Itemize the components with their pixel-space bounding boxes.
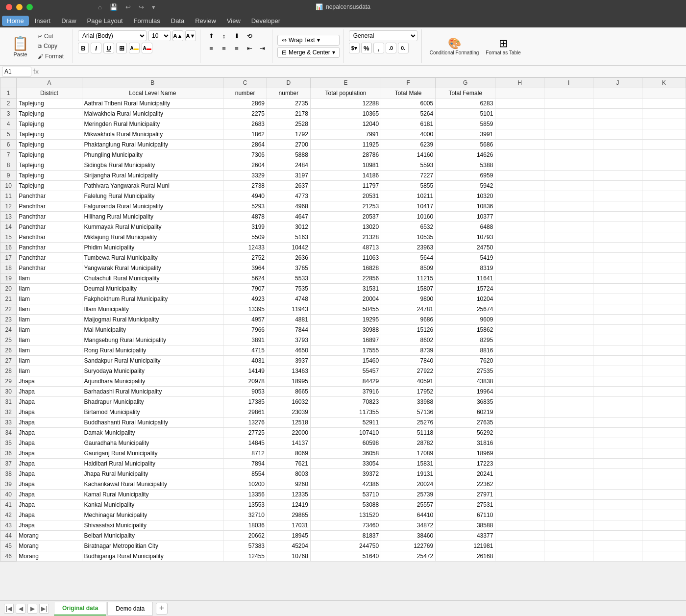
cell-7-E[interactable]: 28786 bbox=[310, 150, 381, 160]
cell-1-H[interactable] bbox=[495, 88, 544, 99]
cell-44-J[interactable] bbox=[593, 531, 642, 541]
cell-33-K[interactable] bbox=[642, 418, 686, 428]
cell-28-E[interactable]: 55457 bbox=[310, 366, 381, 376]
row-header-3[interactable]: 3 bbox=[0, 109, 17, 119]
cell-21-H[interactable] bbox=[495, 294, 544, 304]
cell-36-D[interactable]: 8069 bbox=[267, 448, 311, 459]
cell-10-K[interactable] bbox=[642, 181, 686, 191]
cell-39-G[interactable]: 22362 bbox=[436, 479, 495, 490]
cell-5-H[interactable] bbox=[495, 129, 544, 140]
cell-3-D[interactable]: 2178 bbox=[267, 109, 311, 119]
cell-32-C[interactable]: 29861 bbox=[223, 407, 267, 418]
align-top-button[interactable]: ⬆ bbox=[205, 30, 217, 41]
cell-36-F[interactable]: 17089 bbox=[381, 448, 436, 459]
cell-8-H[interactable] bbox=[495, 160, 544, 171]
cell-6-K[interactable] bbox=[642, 140, 686, 150]
cell-45-B[interactable]: Biratnagar Metropolitian City bbox=[82, 541, 223, 551]
cell-27-C[interactable]: 4031 bbox=[223, 356, 267, 366]
cell-36-I[interactable] bbox=[544, 448, 593, 459]
row-header-18[interactable]: 18 bbox=[0, 263, 17, 273]
formula-input[interactable] bbox=[41, 67, 684, 76]
cell-37-K[interactable] bbox=[642, 459, 686, 469]
cell-18-A[interactable]: Panchthar bbox=[17, 263, 82, 273]
cell-9-E[interactable]: 14186 bbox=[310, 171, 381, 181]
row-header-19[interactable]: 19 bbox=[0, 273, 17, 284]
cell-16-H[interactable] bbox=[495, 243, 544, 253]
cell-13-A[interactable]: Panchthar bbox=[17, 212, 82, 222]
cell-45-I[interactable] bbox=[544, 541, 593, 551]
row-header-23[interactable]: 23 bbox=[0, 315, 17, 325]
cell-29-K[interactable] bbox=[642, 376, 686, 387]
cell-40-G[interactable]: 27971 bbox=[436, 490, 495, 500]
row-header-44[interactable]: 44 bbox=[0, 531, 17, 541]
cell-21-K[interactable] bbox=[642, 294, 686, 304]
cell-32-A[interactable]: Jhapa bbox=[17, 407, 82, 418]
cell-5-D[interactable]: 1792 bbox=[267, 129, 311, 140]
row-header-30[interactable]: 30 bbox=[0, 387, 17, 397]
row-header-35[interactable]: 35 bbox=[0, 438, 17, 448]
cell-37-C[interactable]: 7894 bbox=[223, 459, 267, 469]
cell-8-K[interactable] bbox=[642, 160, 686, 171]
cell-37-E[interactable]: 33054 bbox=[310, 459, 381, 469]
cell-39-I[interactable] bbox=[544, 479, 593, 490]
menu-view[interactable]: View bbox=[222, 16, 245, 26]
cell-6-I[interactable] bbox=[544, 140, 593, 150]
cell-8-E[interactable]: 10981 bbox=[310, 160, 381, 171]
cell-10-A[interactable]: Taplejung bbox=[17, 181, 82, 191]
cell-34-K[interactable] bbox=[642, 428, 686, 438]
tab-original-data[interactable]: Original data bbox=[54, 602, 106, 616]
cell-22-E[interactable]: 50455 bbox=[310, 304, 381, 315]
cell-46-H[interactable] bbox=[495, 551, 544, 562]
cell-6-H[interactable] bbox=[495, 140, 544, 150]
cell-41-C[interactable]: 13553 bbox=[223, 500, 267, 510]
cell-39-A[interactable]: Jhapa bbox=[17, 479, 82, 490]
cell-3-A[interactable]: Taplejung bbox=[17, 109, 82, 119]
decrease-decimal-button[interactable]: .0 bbox=[386, 43, 396, 53]
row-header-12[interactable]: 12 bbox=[0, 201, 17, 212]
cell-14-E[interactable]: 13020 bbox=[310, 222, 381, 232]
row-header-11[interactable]: 11 bbox=[0, 191, 17, 201]
cell-19-H[interactable] bbox=[495, 273, 544, 284]
cell-13-F[interactable]: 10160 bbox=[381, 212, 436, 222]
row-header-8[interactable]: 8 bbox=[0, 160, 17, 171]
cell-14-A[interactable]: Panchthar bbox=[17, 222, 82, 232]
cell-29-G[interactable]: 43838 bbox=[436, 376, 495, 387]
cell-27-D[interactable]: 3937 bbox=[267, 356, 311, 366]
cell-16-B[interactable]: Phidim Municipality bbox=[82, 243, 223, 253]
cell-12-H[interactable] bbox=[495, 201, 544, 212]
row-header-5[interactable]: 5 bbox=[0, 129, 17, 140]
cell-23-E[interactable]: 19295 bbox=[310, 315, 381, 325]
col-header-J[interactable]: J bbox=[593, 78, 642, 88]
cell-6-A[interactable]: Taplejung bbox=[17, 140, 82, 150]
cell-18-J[interactable] bbox=[593, 263, 642, 273]
cell-2-J[interactable] bbox=[593, 99, 642, 109]
cell-12-G[interactable]: 10836 bbox=[436, 201, 495, 212]
menu-data[interactable]: Data bbox=[166, 16, 189, 26]
row-header-20[interactable]: 20 bbox=[0, 284, 17, 294]
row-header-31[interactable]: 31 bbox=[0, 397, 17, 407]
cell-25-A[interactable]: Ilam bbox=[17, 335, 82, 345]
cell-17-F[interactable]: 5644 bbox=[381, 253, 436, 263]
cell-38-C[interactable]: 8554 bbox=[223, 469, 267, 479]
cell-24-K[interactable] bbox=[642, 325, 686, 335]
cell-7-J[interactable] bbox=[593, 150, 642, 160]
cell-18-K[interactable] bbox=[642, 263, 686, 273]
cell-12-B[interactable]: Falgunanda Rural Municipality bbox=[82, 201, 223, 212]
cell-24-D[interactable]: 7844 bbox=[267, 325, 311, 335]
cell-7-I[interactable] bbox=[544, 150, 593, 160]
underline-button[interactable]: U bbox=[103, 43, 114, 53]
cell-24-B[interactable]: Mai Municipality bbox=[82, 325, 223, 335]
cell-20-G[interactable]: 15724 bbox=[436, 284, 495, 294]
font-size-select[interactable]: 10 bbox=[148, 30, 171, 41]
toolbar-icons[interactable]: ⌂ 💾 ↩ ↪ ▾ bbox=[98, 3, 155, 11]
italic-button[interactable]: I bbox=[91, 43, 101, 53]
font-color-button[interactable]: A▬ bbox=[142, 43, 152, 53]
cell-28-C[interactable]: 14149 bbox=[223, 366, 267, 376]
cell-36-A[interactable]: Jhapa bbox=[17, 448, 82, 459]
cell-39-H[interactable] bbox=[495, 479, 544, 490]
cell-39-C[interactable]: 10200 bbox=[223, 479, 267, 490]
spreadsheet-container[interactable]: A B C D E F G H I J K 1DistrictLocal Lev… bbox=[0, 77, 686, 600]
row-header-37[interactable]: 37 bbox=[0, 459, 17, 469]
cell-40-H[interactable] bbox=[495, 490, 544, 500]
row-header-36[interactable]: 36 bbox=[0, 448, 17, 459]
